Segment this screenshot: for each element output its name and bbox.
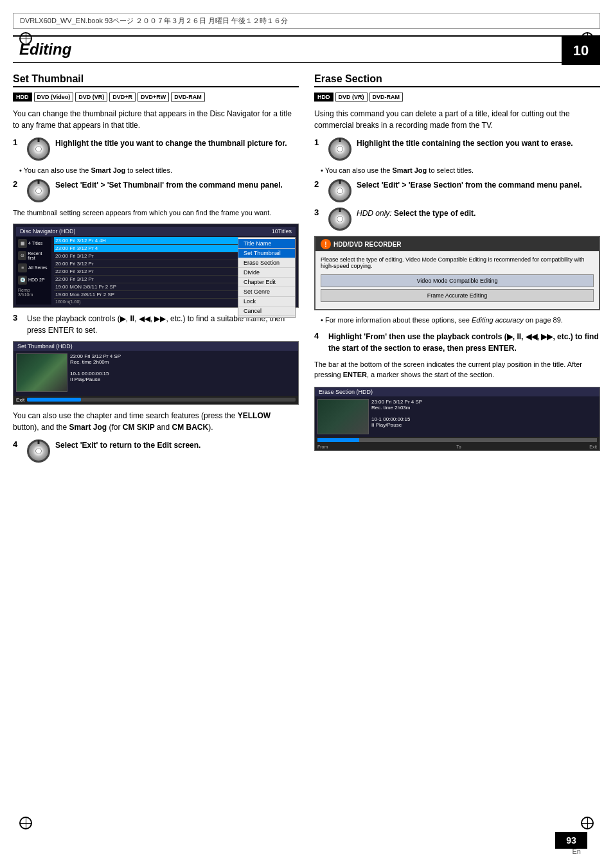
corner-mark-bl <box>19 817 32 829</box>
thumbnail-exit-label: Exit <box>16 397 24 403</box>
thumbnail-body: 23:00 Fri 3/12 Pr 4 SP Rec. time 2h00m 1… <box>13 351 298 396</box>
erase-title-bar: Erase Section (HDD) <box>315 387 600 396</box>
erase-section-heading: Erase Section <box>314 73 600 87</box>
step-2-jog-icon <box>27 179 50 202</box>
recorder-dialog-body: Please select the type of editing. Video… <box>315 251 599 309</box>
step-2-right-content: Select 'Edit' > 'Erase Section' from the… <box>357 179 600 191</box>
erase-labels: From To Exit <box>317 445 597 449</box>
sidebar-item-allseries: ≡ All Series <box>17 263 50 273</box>
badge-hdd: HDD <box>13 93 32 102</box>
badge-dvd-r: DVD+R <box>109 93 136 102</box>
erase-bar <box>317 438 597 442</box>
erase-rec-time: Rec. time 2h03m <box>371 405 597 411</box>
menu-item-erase-section[interactable]: Erase Section <box>238 258 295 268</box>
playback-bar <box>27 398 296 402</box>
chapter-number: 10 <box>562 37 600 65</box>
set-thumbnail-heading: Set Thumbnail <box>13 73 299 87</box>
badge-dvd-rw: DVD+RW <box>138 93 169 102</box>
erase-body: 23:00 Fri 3/12 Pr 4 SP Rec. time 2h03m 1… <box>315 396 600 437</box>
step-2-content: Select 'Edit' > 'Set Thumbnail' from the… <box>55 179 299 191</box>
corner-mark-br <box>581 817 594 829</box>
two-col-layout: Set Thumbnail HDD DVD (Video) DVD (VR) D… <box>13 73 600 468</box>
thumbnail-channel-time: 23:00 Fri 3/12 Pr 4 SP <box>70 353 296 359</box>
step-4-right: 4 Highlight 'From' then use the playback… <box>314 331 600 354</box>
step-2-note: The thumbnail setting screen appears fro… <box>13 208 299 218</box>
erase-label-from: From <box>317 445 328 449</box>
left-format-badges: HDD DVD (Video) DVD (VR) DVD+R DVD+RW DV… <box>13 93 299 102</box>
sidebar-item-hdd: 💽 HDD 2P <box>17 275 50 285</box>
step-4-left: 4 Select 'Exit' to return to the Edit sc… <box>13 439 299 463</box>
menu-item-chapter-edit[interactable]: Chapter Edit <box>238 278 295 287</box>
sidebar-icon-series: ≡ <box>18 263 27 272</box>
step-2-right-number: 2 <box>314 179 323 189</box>
thumbnail-counter: 10-1 00:00:00:15 <box>70 371 296 376</box>
thumbnail-title-bar: Set Thumbnail (HDD) <box>13 342 298 351</box>
thumbnail-rec-time: Rec. time 2h00m <box>70 359 296 365</box>
thumbnail-play-status: II Play/Pause <box>70 376 296 382</box>
badge-dvd-ram-right: DVD-RAM <box>369 93 404 102</box>
sidebar-icon-hdd: 💽 <box>18 276 27 285</box>
step-2: 2 Select 'Edit' > 'Set Thumbnail' from t… <box>13 179 299 202</box>
erase-info: 23:00 Fri 3/12 Pr 4 SP Rec. time 2h03m 1… <box>371 399 597 434</box>
thumbnail-title: Set Thumbnail (HDD) <box>17 343 73 350</box>
step-1-content: Highlight the title you want to change t… <box>55 137 299 149</box>
sidebar-icon-grid: ▦ <box>18 239 27 248</box>
recorder-dialog: ! HDD/DVD RECORDER Please select the typ… <box>314 236 600 310</box>
warning-icon: ! <box>321 239 331 249</box>
right-format-badges: HDD DVD (VR) DVD-RAM <box>314 93 600 102</box>
right-intro-text: Using this command you can delete a part… <box>314 108 600 131</box>
step-1-right: 1 Highlight the title containing the sec… <box>314 137 600 161</box>
menu-item-set-genre[interactable]: Set Genre <box>238 287 295 297</box>
recorder-body-text: Please select the type of editing. Video… <box>321 256 594 269</box>
badge-dvd-vr: DVD (VR) <box>75 93 107 102</box>
header-bar: DVRLX60D_WV_EN.book 93ページ ２００７年３月２６日 月曜日… <box>13 13 600 29</box>
step-4-left-text: Select 'Exit' to return to the Edit scre… <box>55 439 299 451</box>
step-3-right-jog-icon <box>328 208 351 231</box>
step-4-left-jog-icon <box>27 439 50 463</box>
dialog-note: • For more information about these optio… <box>321 315 600 325</box>
thumbnail-info: 23:00 Fri 3/12 Pr 4 SP Rec. time 2h00m 1… <box>70 353 296 393</box>
step-1-right-number: 1 <box>314 137 323 147</box>
step-1-bullet: • You can also use the Smart Jog to sele… <box>19 166 299 175</box>
step-2-right-jog-icon <box>328 179 351 202</box>
page: DVRLX60D_WV_EN.book 93ページ ２００７年３月２６日 月曜日… <box>0 0 613 868</box>
video-mode-button[interactable]: Video Mode Compatible Editing <box>321 274 594 287</box>
menu-item-title-name[interactable]: Title Name <box>238 239 295 249</box>
badge-dvd-ram: DVD-RAM <box>171 93 205 102</box>
erase-label-to: To <box>456 445 461 449</box>
disc-nav-content: ▦ 4 Titles ⊙ Recent first ≡ All Series <box>16 237 296 305</box>
erase-counter: 10-1 00:00:00:15 <box>371 416 597 422</box>
step-2-right-text: Select 'Edit' > 'Erase Section' from the… <box>357 179 600 191</box>
sidebar-item-recent: ⊙ Recent first <box>17 251 50 261</box>
frame-accurate-button[interactable]: Frame Accurate Editing <box>321 289 594 302</box>
context-menu: Title Name Set Thumbnail Erase Section D… <box>238 237 296 318</box>
menu-item-divide[interactable]: Divide <box>238 268 295 278</box>
middle-text: You can also use the chapter and time se… <box>13 410 299 433</box>
step-4-left-number: 4 <box>13 439 22 449</box>
step-2-number: 2 <box>13 179 22 189</box>
set-thumbnail-screen: Set Thumbnail (HDD) 23:00 Fri 3/12 Pr 4 … <box>13 341 299 405</box>
sidebar-item-4titles: ▦ 4 Titles <box>17 238 50 249</box>
disc-nav-title: Disc Navigator (HDD) <box>20 228 76 235</box>
menu-item-set-thumbnail[interactable]: Set Thumbnail <box>238 249 295 258</box>
sidebar-icon-recent: ⊙ <box>18 251 26 260</box>
badge-hdd-right: HDD <box>314 93 333 102</box>
menu-item-lock[interactable]: Lock <box>238 297 295 306</box>
step-4-left-content: Select 'Exit' to return to the Edit scre… <box>55 439 299 451</box>
disc-nav-main: 23:00 Fri 3/12 Pr 4 4H 23:00 Fri 3/12 Pr… <box>54 237 296 305</box>
erase-controls: From To Exit <box>315 437 600 450</box>
erase-section-screen: Erase Section (HDD) 23:00 Fri 3/12 Pr 4 … <box>314 387 600 451</box>
step-1-right-jog-icon <box>328 137 351 161</box>
page-number: 93 <box>555 832 587 849</box>
menu-item-cancel[interactable]: Cancel <box>238 306 295 316</box>
chapter-bar: Editing 10 <box>13 35 600 63</box>
step-1-jog-icon <box>27 137 50 161</box>
recorder-title-text: HDD/DVD RECORDER <box>333 241 402 248</box>
step-1-text: Highlight the title you want to change t… <box>55 137 299 149</box>
disc-nav-title-bar: Disc Navigator (HDD) 10Titles <box>16 227 296 236</box>
thumbnail-controls: Exit <box>13 396 298 404</box>
file-info: DVRLX60D_WV_EN.book 93ページ ２００７年３月２６日 月曜日… <box>20 16 288 26</box>
left-column: Set Thumbnail HDD DVD (Video) DVD (VR) D… <box>13 73 299 468</box>
step-4-right-note: The bar at the bottom of the screen indi… <box>314 359 600 380</box>
step-1-right-content: Highlight the title containing the secti… <box>357 137 600 149</box>
